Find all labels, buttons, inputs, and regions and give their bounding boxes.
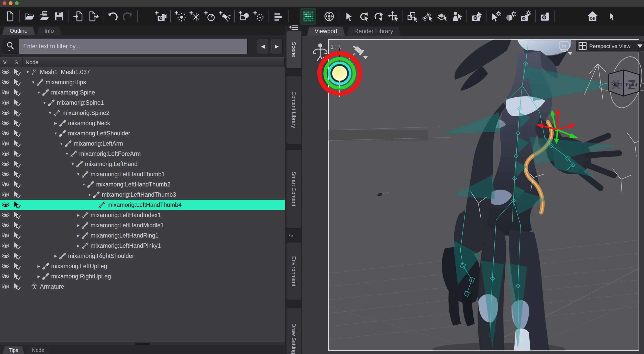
surface-tool-button[interactable] (435, 8, 450, 24)
bone-tool-button[interactable] (420, 8, 435, 24)
tree-row[interactable]: ▶ mixamorig:LeftHandPinky1 (0, 241, 285, 251)
visibility-toggle[interactable] (0, 109, 11, 116)
selectability-toggle[interactable] (11, 79, 23, 86)
translate-tool-button[interactable] (386, 8, 401, 24)
create-point-light-button[interactable] (188, 8, 203, 24)
visibility-toggle[interactable] (0, 242, 11, 249)
visibility-toggle[interactable] (0, 140, 11, 147)
filter-next-button[interactable]: ▶ (271, 39, 283, 54)
tree-row[interactable]: ▼ mixamorig:Hips (0, 77, 285, 87)
tab-node[interactable]: Node (26, 346, 50, 354)
visibility-toggle[interactable] (0, 79, 11, 86)
rotate-tool-button[interactable] (371, 8, 386, 24)
import-file-button[interactable] (71, 8, 86, 24)
visibility-toggle[interactable] (0, 211, 11, 219)
side-tab-content-library[interactable]: Content Library (286, 76, 301, 144)
selectability-toggle[interactable] (11, 222, 23, 229)
camera-gear-tool-button[interactable] (518, 8, 533, 24)
tab-render-library[interactable]: Render Library (347, 27, 401, 36)
tree-row[interactable]: ▶ mixamorig:LeftUpLeg (0, 261, 285, 271)
visibility-toggle[interactable] (0, 232, 11, 239)
visibility-toggle[interactable] (0, 160, 11, 168)
visibility-toggle[interactable] (0, 201, 11, 208)
expander-expanded[interactable]: ▼ (76, 172, 81, 176)
visibility-toggle[interactable] (0, 222, 11, 229)
scale-tool-button[interactable] (405, 8, 420, 24)
selectability-toggle[interactable] (11, 150, 23, 157)
visibility-toggle[interactable] (0, 99, 11, 106)
tree-row[interactable]: ▼ mixamorig:LeftHandThumb3 (0, 190, 285, 200)
render-camera-button[interactable] (538, 8, 552, 24)
tree-row[interactable]: ▼ mixamorig:Spine (0, 87, 285, 98)
side-tab-draw-settings[interactable]: Draw Settings (286, 308, 301, 354)
tree-row[interactable]: ▼ mixamorig:Spine2 (0, 108, 285, 118)
selectability-toggle[interactable] (11, 120, 23, 127)
tree-row[interactable]: ▼ mixamorig:Spine1 (0, 98, 285, 108)
side-tab-environment[interactable]: Environment (286, 242, 301, 300)
column-node[interactable]: Node (23, 57, 285, 67)
selectability-toggle[interactable] (11, 171, 23, 178)
expander-expanded[interactable]: ▼ (59, 141, 64, 146)
selectability-toggle[interactable] (11, 283, 23, 290)
visibility-toggle[interactable] (0, 120, 11, 127)
selectability-toggle[interactable] (11, 130, 23, 137)
selectability-toggle[interactable] (11, 191, 23, 198)
create-spotlight-button[interactable] (217, 8, 232, 24)
visibility-toggle[interactable] (0, 171, 11, 178)
create-distant-light-button[interactable] (173, 8, 188, 24)
selectability-toggle[interactable] (11, 140, 23, 147)
selectability-toggle[interactable] (11, 211, 23, 219)
expander-expanded[interactable]: ▼ (31, 80, 36, 84)
tree-row[interactable]: ▼ mixamorig:LeftHandThumb1 (0, 169, 285, 179)
open-image-file-button[interactable] (37, 8, 52, 24)
visibility-toggle[interactable] (0, 89, 11, 96)
scene-outline-button[interactable] (271, 8, 286, 24)
visibility-toggle[interactable] (0, 283, 11, 290)
figure-tool-button[interactable] (450, 8, 464, 24)
tree-row[interactable]: ▼ mixamorig:LeftHand (0, 159, 285, 169)
expander-collapsed[interactable]: ▶ (76, 223, 81, 227)
visibility-toggle[interactable] (0, 130, 11, 137)
expander-expanded[interactable]: ▼ (64, 152, 70, 156)
filter-input[interactable] (19, 38, 248, 54)
visibility-toggle[interactable] (0, 252, 11, 259)
select-tool-button[interactable] (341, 8, 356, 24)
selectability-toggle[interactable] (11, 232, 23, 239)
side-tab-scene[interactable]: Scene (286, 31, 301, 68)
create-gauge-light-button[interactable] (203, 8, 217, 24)
visibility-toggle[interactable] (0, 68, 11, 76)
expander-expanded[interactable]: ▼ (48, 111, 53, 115)
tree-row[interactable]: ▼ mixamorig:LeftHandThumb2 (0, 179, 285, 190)
create-null-button[interactable] (252, 8, 267, 24)
visibility-toggle[interactable] (0, 273, 11, 280)
selectability-toggle[interactable] (11, 89, 23, 96)
redo-button[interactable] (120, 8, 135, 24)
tree-row[interactable]: ▶ mixamorig:LeftHandIndex1 (0, 210, 285, 220)
expander-collapsed[interactable]: ▶ (36, 264, 41, 268)
tree-row[interactable]: ▼ mixamorig:LeftShoulder (0, 128, 285, 138)
selectability-toggle[interactable] (11, 273, 23, 280)
selectability-toggle[interactable] (11, 242, 23, 249)
tree-row[interactable]: ▶ mixamorig:Neck (0, 118, 285, 128)
minimize-button[interactable] (9, 1, 13, 5)
export-file-button[interactable] (86, 8, 101, 24)
expander-expanded[interactable]: ▼ (87, 193, 92, 197)
rotate-cursor-tool-button[interactable] (356, 8, 371, 24)
tab-outline[interactable]: Outline (2, 27, 35, 35)
tree-row[interactable]: ▶ mixamorig:LeftHandMiddle1 (0, 220, 285, 230)
visibility-toggle[interactable] (0, 150, 11, 157)
ds-home-button[interactable]: DS (585, 8, 600, 24)
tree-row[interactable]: ▼ mixamorig:LeftForeArm (0, 149, 285, 159)
open-file-button[interactable] (22, 8, 37, 24)
search-options-button[interactable] (2, 38, 19, 54)
viewport-canvas[interactable]: 1 : 1 (302, 36, 644, 354)
selectability-toggle[interactable] (11, 181, 23, 188)
expander-collapsed[interactable]: ▶ (76, 213, 81, 217)
column-selectability[interactable]: S (11, 57, 23, 67)
selectability-toggle[interactable] (11, 99, 23, 106)
expander-expanded[interactable]: ▼ (42, 101, 47, 105)
tree-row[interactable]: Armature (0, 281, 285, 292)
expander-expanded[interactable]: ▼ (25, 70, 30, 74)
close-button[interactable] (3, 1, 6, 5)
tree-row[interactable]: ▼ Mesh1_Mesh1.037 (0, 67, 285, 77)
